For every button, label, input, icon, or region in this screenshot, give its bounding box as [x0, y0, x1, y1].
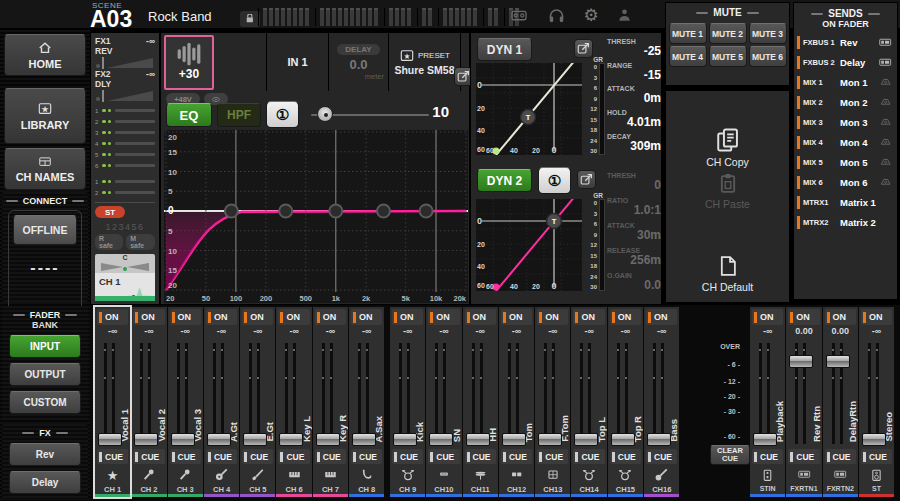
- eq-slider-knob[interactable]: [317, 106, 333, 122]
- fader-knob[interactable]: [647, 433, 671, 446]
- dyn2-edit-button[interactable]: [577, 170, 596, 189]
- channel-cue-button[interactable]: CUE: [788, 449, 819, 464]
- headphones-icon[interactable]: [548, 7, 565, 23]
- channel-on-button[interactable]: ON: [752, 309, 783, 325]
- eq-node[interactable]: [225, 205, 238, 218]
- scene-name[interactable]: Rock Band: [148, 9, 212, 24]
- fader-knob[interactable]: [429, 433, 453, 446]
- dyn2-graph[interactable]: T02040606040200: [476, 199, 582, 291]
- channel-cue-button[interactable]: CUE: [573, 449, 604, 464]
- fader-knob[interactable]: [279, 433, 303, 446]
- fader-knob[interactable]: [574, 433, 598, 446]
- channel-cue-button[interactable]: CUE: [206, 449, 237, 464]
- dyn1-edit-button[interactable]: [574, 39, 593, 58]
- channel-on-button[interactable]: ON: [501, 309, 532, 325]
- channel-cue-button[interactable]: CUE: [170, 449, 201, 464]
- channel-id-label[interactable]: CH 2: [131, 485, 166, 497]
- channel-on-button[interactable]: ON: [428, 309, 459, 325]
- sends-on-fader-row[interactable]: FXBUS 1Rev: [797, 35, 894, 50]
- fx1-send[interactable]: FX1-∞ REV: [95, 36, 155, 69]
- channel-id-label[interactable]: CH 3: [168, 485, 203, 497]
- channel-cue-button[interactable]: CUE: [392, 449, 423, 464]
- fx-rev-button[interactable]: Rev: [9, 443, 81, 466]
- dyn2-band-1-button[interactable]: ①: [538, 167, 571, 194]
- channel-on-button[interactable]: ON: [278, 309, 309, 325]
- ch-names-button[interactable]: CH NAMES: [4, 148, 86, 190]
- channel-on-button[interactable]: ON: [206, 309, 237, 325]
- dyn-parameter[interactable]: RATIO1.0:1: [607, 194, 661, 219]
- eq-node[interactable]: [377, 205, 390, 218]
- fader-knob[interactable]: [207, 433, 231, 446]
- sends-on-fader-row[interactable]: MIX 3Mon 3: [797, 115, 894, 130]
- fader-knob[interactable]: [611, 433, 635, 446]
- fader-track[interactable]: SN: [426, 339, 461, 448]
- fader-knob[interactable]: [538, 433, 562, 446]
- fader-knob[interactable]: [243, 433, 267, 446]
- fader-knob[interactable]: [171, 433, 195, 446]
- channel-id-label[interactable]: CH14: [571, 485, 606, 497]
- fader-track[interactable]: Rev Rtn: [786, 339, 821, 448]
- eq-node[interactable]: [279, 205, 292, 218]
- channel-cue-button[interactable]: CUE: [537, 449, 568, 464]
- channel-on-button[interactable]: ON: [242, 309, 273, 325]
- mute-group-button[interactable]: MUTE 6: [749, 46, 787, 67]
- channel-id-label[interactable]: CH 1: [95, 485, 130, 497]
- channel-cue-button[interactable]: CUE: [97, 449, 128, 464]
- eq-band-1-button[interactable]: ①: [266, 101, 299, 128]
- dyn2-button[interactable]: DYN 2: [477, 169, 532, 192]
- fader-knob[interactable]: [753, 433, 777, 446]
- mix-send-row[interactable]: 5: [95, 149, 155, 160]
- recall-safe-badge[interactable]: R safe: [95, 234, 123, 250]
- fader-track[interactable]: A.Sax: [349, 339, 384, 448]
- fader-track[interactable]: Key R: [313, 339, 348, 448]
- channel-id-label[interactable]: CH 4: [204, 485, 239, 497]
- mute-group-button[interactable]: MUTE 4: [669, 46, 707, 67]
- mute-group-button[interactable]: MUTE 1: [669, 23, 707, 44]
- mix-send-row[interactable]: 2: [95, 116, 155, 127]
- sends-on-fader-row[interactable]: MIX 4Mon 4: [797, 135, 894, 150]
- channel-on-button[interactable]: ON: [825, 309, 856, 325]
- mute-safe-badge[interactable]: M safe: [126, 234, 155, 250]
- fader-knob[interactable]: [826, 355, 850, 368]
- channel-cue-button[interactable]: CUE: [501, 449, 532, 464]
- channel-on-button[interactable]: ON: [392, 309, 423, 325]
- fader-knob[interactable]: [789, 355, 813, 368]
- fader-track[interactable]: Vocal 2: [131, 339, 166, 448]
- channel-on-button[interactable]: ON: [465, 309, 496, 325]
- fader-track[interactable]: Stereo: [859, 339, 894, 448]
- dyn-parameter[interactable]: O.GAIN0.0: [607, 269, 661, 294]
- channel-id-label[interactable]: CH13: [535, 485, 570, 497]
- sends-on-fader-row[interactable]: MTRX1Matrix 1: [797, 195, 894, 210]
- ch-copy-button[interactable]: CH Copy: [666, 127, 789, 168]
- dyn-parameter[interactable]: DECAY309m: [607, 130, 661, 154]
- channel-id-label[interactable]: CH 8: [349, 485, 384, 497]
- channel-id-label[interactable]: CH12: [499, 485, 534, 497]
- eq-node[interactable]: [420, 205, 433, 218]
- mix-send-row[interactable]: 2: [95, 187, 155, 198]
- selected-channel-tile[interactable]: CH 1 ★ Vocal 1: [95, 273, 155, 301]
- channel-id-label[interactable]: CH10: [426, 485, 461, 497]
- channel-on-button[interactable]: ON: [788, 309, 819, 325]
- fader-track[interactable]: Kick: [390, 339, 425, 448]
- ch-default-button[interactable]: CH Default: [666, 254, 789, 293]
- fader-knob[interactable]: [862, 433, 886, 446]
- fader-track[interactable]: Tom: [499, 339, 534, 448]
- channel-on-button[interactable]: ON: [351, 309, 382, 325]
- preset-box[interactable]: ★ PRESET Shure SM58: [388, 33, 461, 91]
- channel-id-label[interactable]: ST: [859, 485, 894, 497]
- sends-on-fader-row[interactable]: MTRX2Matrix 2: [797, 215, 894, 230]
- scene-id[interactable]: A03: [90, 6, 132, 33]
- channel-on-button[interactable]: ON: [610, 309, 641, 325]
- mute-group-button[interactable]: MUTE 3: [749, 23, 787, 44]
- dyn1-button[interactable]: DYN 1: [477, 38, 532, 61]
- channel-id-label[interactable]: CH16: [644, 485, 679, 497]
- dyn-parameter[interactable]: THRESH0: [607, 169, 661, 194]
- fader-track[interactable]: Key L: [276, 339, 311, 448]
- dyn-parameter[interactable]: HOLD4.01m: [607, 107, 661, 131]
- eq-graph[interactable]: 20151050510152020501002005001k2k5k10k20k: [164, 130, 468, 303]
- fx-delay-button[interactable]: Delay: [9, 471, 81, 494]
- mix-send-row[interactable]: 3: [95, 127, 155, 138]
- channel-cue-button[interactable]: CUE: [242, 449, 273, 464]
- channel-id-label[interactable]: CH 6: [276, 485, 311, 497]
- recorder-icon[interactable]: [508, 8, 530, 23]
